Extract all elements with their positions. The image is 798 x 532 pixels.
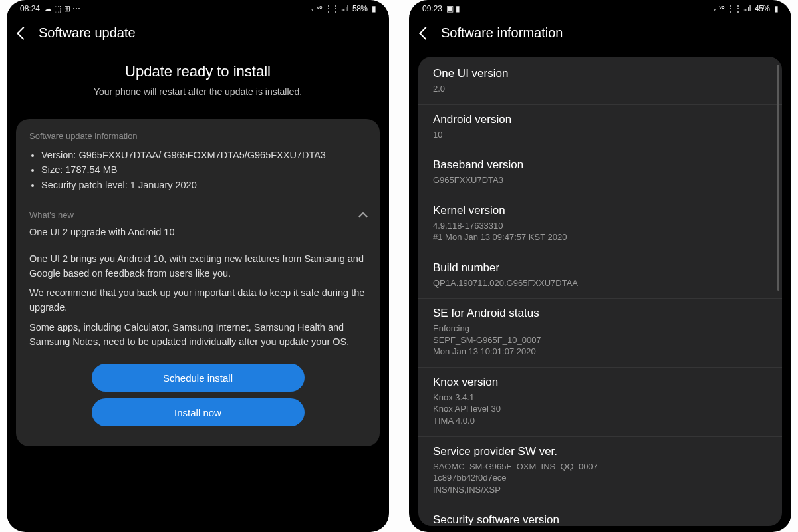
statusbar: 08:24 ☁ ⬚ ⊞ ⋯ ⬫ ᵛᵒ ⋮⋮ ₊ıl 58% ▮ (7, 0, 389, 17)
item-title: One UI version (433, 67, 767, 80)
item-title: Baseband version (433, 158, 767, 172)
list-item[interactable]: One UI version 2.0 (418, 59, 782, 105)
info-security-patch: Security patch level: 1 January 2020 (41, 178, 366, 192)
scrollbar[interactable] (777, 65, 779, 291)
list-item[interactable]: Knox version Knox 3.4.1 Knox API level 3… (418, 368, 782, 437)
whats-new-para3: Some apps, including Calculator, Samsung… (29, 321, 366, 350)
status-icons-left: ☁ ⬚ ⊞ ⋯ (44, 4, 80, 13)
item-title: Android version (433, 113, 767, 126)
list-item[interactable]: Android version 10 (418, 105, 782, 151)
item-title: Service provider SW ver. (433, 445, 767, 458)
info-version: Version: G965FXXU7DTAA/ G965FOXM7DTA5/G9… (41, 148, 366, 162)
page-title: Software update (39, 25, 136, 41)
update-info-heading: Software update information (29, 131, 366, 141)
item-value: G965FXXU7DTA3 (433, 174, 767, 186)
update-info-list: Version: G965FXXU7DTAA/ G965FOXM7DTA5/G9… (29, 148, 366, 192)
item-value: 10 (433, 129, 767, 141)
info-size: Size: 1787.54 MB (41, 162, 366, 177)
whats-new-headline: One UI 2 upgrade with Android 10 (29, 225, 366, 240)
dotted-divider (80, 215, 353, 215)
item-title: Kernel version (433, 204, 767, 217)
whats-new-label: What's new (29, 210, 74, 220)
page-title: Software information (441, 25, 563, 41)
item-value: 4.9.118-17633310 #1 Mon Jan 13 09:47:57 … (433, 220, 767, 243)
chevron-up-icon (358, 211, 368, 221)
item-value: QP1A.190711.020.G965FXXU7DTAA (433, 277, 767, 289)
item-title: Knox version (433, 376, 767, 389)
item-value: SAOMC_SM-G965F_OXM_INS_QQ_0007 1c897bb42… (433, 461, 767, 496)
whats-new-para1: One UI 2 brings you Android 10, with exc… (29, 252, 366, 281)
whats-new-para2: We recommend that you back up your impor… (29, 286, 366, 315)
phone-software-info: 09:23 ▣ ▮ ⬫ ᵛᵒ ⋮⋮ ₊ıl 45% ▮ Software inf… (409, 0, 791, 532)
list-item[interactable]: Service provider SW ver. SAOMC_SM-G965F_… (418, 437, 782, 506)
install-now-button[interactable]: Install now (92, 398, 305, 426)
item-value: Enforcing SEPF_SM-G965F_10_0007 Mon Jan … (433, 323, 767, 358)
battery-icon: ▮ (774, 4, 779, 13)
page-header: Software information (409, 17, 791, 57)
install-buttons: Schedule install Install now (56, 364, 340, 426)
item-title: Build number (433, 261, 767, 275)
update-hero: Update ready to install Your phone will … (7, 57, 389, 119)
list-item[interactable]: Baseband version G965FXXU7DTA3 (418, 150, 782, 196)
statusbar: 09:23 ▣ ▮ ⬫ ᵛᵒ ⋮⋮ ₊ıl 45% ▮ (409, 0, 791, 17)
item-title: SE for Android status (433, 307, 767, 320)
phone-software-update: 08:24 ☁ ⬚ ⊞ ⋯ ⬫ ᵛᵒ ⋮⋮ ₊ıl 58% ▮ Software… (7, 0, 389, 532)
status-icons-right: ⬫ ᵛᵒ ⋮⋮ ₊ıl (712, 4, 751, 13)
item-title: Security software version (433, 513, 767, 526)
status-battery: 45% (755, 4, 770, 13)
item-value: 2.0 (433, 83, 767, 95)
back-icon[interactable] (419, 27, 432, 40)
list-item[interactable]: Build number QP1A.190711.020.G965FXXU7DT… (418, 253, 782, 299)
update-ready-title: Update ready to install (27, 63, 369, 80)
status-time: 08:24 (20, 4, 40, 13)
update-ready-subtitle: Your phone will restart after the update… (27, 86, 369, 99)
list-item[interactable]: Kernel version 4.9.118-17633310 #1 Mon J… (418, 196, 782, 253)
item-value: Knox 3.4.1 Knox API level 30 TIMA 4.0.0 (433, 392, 767, 427)
page-header: Software update (7, 17, 389, 57)
whats-new-toggle[interactable]: What's new (29, 203, 366, 220)
update-info-card: Software update information Version: G96… (16, 119, 380, 447)
list-item[interactable]: Security software version (418, 505, 782, 526)
status-icons-left: ▣ ▮ (446, 4, 460, 13)
software-info-card: One UI version 2.0 Android version 10 Ba… (418, 57, 782, 526)
status-time: 09:23 (422, 4, 442, 13)
back-icon[interactable] (17, 27, 30, 40)
status-icons-right: ⬫ ᵛᵒ ⋮⋮ ₊ıl (310, 4, 348, 13)
list-item[interactable]: SE for Android status Enforcing SEPF_SM-… (418, 299, 782, 368)
schedule-install-button[interactable]: Schedule install (92, 364, 305, 392)
status-battery: 58% (352, 4, 368, 13)
battery-icon: ▮ (372, 4, 376, 13)
